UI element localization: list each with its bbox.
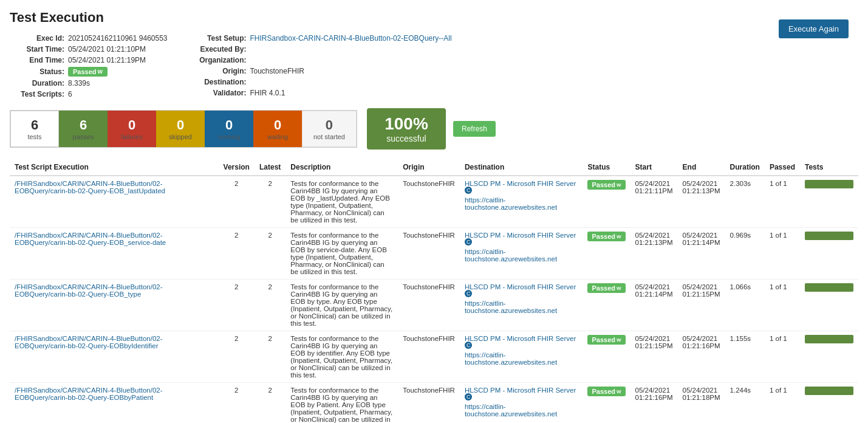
tests-lbl: tests bbox=[27, 133, 41, 140]
table-row: /FHIRSandbox/CARIN/CARIN-4-BlueButton/02… bbox=[10, 176, 858, 228]
w-icon: W bbox=[98, 69, 103, 75]
destination-link-3[interactable]: HLSCD PM - Microsoft FHIR Server C bbox=[465, 335, 576, 351]
origin-row: Origin: TouchstoneFHIR bbox=[192, 67, 452, 75]
duration-row: Duration: 8.339s bbox=[10, 79, 168, 88]
cell-status-2: PassedW bbox=[583, 280, 630, 331]
cell-destination-0: HLSCD PM - Microsoft FHIR Server C https… bbox=[460, 176, 583, 228]
cell-description-2: Tests for conformance to the Carin4BB IG… bbox=[285, 280, 398, 331]
progress-bar-fill-1 bbox=[805, 232, 853, 240]
cell-duration-2: 1.066s bbox=[725, 280, 765, 331]
executed-by-label: Executed By: bbox=[192, 45, 247, 53]
progress-bar-container-1 bbox=[805, 232, 853, 240]
cell-latest-4: 2 bbox=[255, 383, 285, 424]
cell-destination-2: HLSCD PM - Microsoft FHIR Server C https… bbox=[460, 280, 583, 331]
progress-bar-container-2 bbox=[805, 283, 853, 292]
tests-box: 6 tests bbox=[10, 111, 59, 147]
cell-status-1: PassedW bbox=[583, 228, 630, 280]
status-badge-0: PassedW bbox=[587, 180, 625, 190]
cell-version-1: 2 bbox=[219, 228, 255, 280]
start-time-value: 05/24/2021 01:21:10PM bbox=[68, 45, 146, 53]
col-tests: Tests bbox=[800, 159, 858, 176]
cell-version-3: 2 bbox=[219, 331, 255, 383]
origin-label: Origin: bbox=[192, 67, 247, 75]
end-time-row: End Time: 05/24/2021 01:21:19PM bbox=[10, 56, 168, 64]
cell-start-1: 05/24/2021 01:21:13PM bbox=[630, 228, 678, 280]
col-start: Start bbox=[630, 159, 678, 176]
cell-version-4: 2 bbox=[219, 383, 255, 424]
cell-script-1: /FHIRSandbox/CARIN/CARIN-4-BlueButton/02… bbox=[10, 228, 219, 280]
refresh-button[interactable]: Refresh bbox=[453, 121, 496, 137]
progress-bar-container-3 bbox=[805, 335, 853, 343]
cell-origin-2: TouchstoneFHIR bbox=[398, 280, 460, 331]
test-setup-row: Test Setup: FHIRSandbox-CARIN-CARIN-4-Bl… bbox=[192, 34, 452, 43]
col-end: End bbox=[678, 159, 725, 176]
script-link-4[interactable]: /FHIRSandbox/CARIN/CARIN-4-BlueButton/02… bbox=[15, 387, 163, 401]
destination-label: Destination: bbox=[192, 78, 247, 86]
cell-status-3: PassedW bbox=[583, 331, 630, 383]
test-scripts-label: Test Scripts: bbox=[10, 90, 64, 98]
page-title: Test Execution bbox=[10, 10, 858, 26]
col-origin: Origin bbox=[398, 159, 460, 176]
cell-duration-1: 0.969s bbox=[725, 228, 765, 280]
cell-status-4: PassedW bbox=[583, 383, 630, 424]
destination-link-1[interactable]: HLSCD PM - Microsoft FHIR Server C bbox=[465, 232, 576, 248]
script-link-3[interactable]: /FHIRSandbox/CARIN/CARIN-4-BlueButton/02… bbox=[15, 335, 163, 349]
success-pct: 100% bbox=[384, 114, 428, 134]
progress-bar-fill-2 bbox=[805, 283, 853, 292]
results-table: Test Script Execution Version Latest Des… bbox=[10, 159, 858, 423]
end-time-value: 05/24/2021 01:21:19PM bbox=[68, 56, 146, 64]
table-row: /FHIRSandbox/CARIN/CARIN-4-BlueButton/02… bbox=[10, 280, 858, 331]
table-body: /FHIRSandbox/CARIN/CARIN-4-BlueButton/02… bbox=[10, 176, 858, 423]
table-header: Test Script Execution Version Latest Des… bbox=[10, 159, 858, 176]
cell-tests-3 bbox=[800, 331, 858, 383]
cell-latest-1: 2 bbox=[255, 228, 285, 280]
cell-destination-4: HLSCD PM - Microsoft FHIR Server C https… bbox=[460, 383, 583, 424]
test-scripts-value: 6 bbox=[68, 90, 72, 98]
cell-end-3: 05/24/2021 01:21:16PM bbox=[678, 331, 725, 383]
cell-passed-4: 1 of 1 bbox=[765, 383, 800, 424]
failures-lbl: failures bbox=[121, 133, 142, 140]
cell-origin-4: TouchstoneFHIR bbox=[398, 383, 460, 424]
summary-bar: 6 tests 6 passes 0 failures 0 skipped 0 … bbox=[10, 108, 858, 150]
test-scripts-row: Test Scripts: 6 bbox=[10, 90, 168, 98]
script-link-2[interactable]: /FHIRSandbox/CARIN/CARIN-4-BlueButton/02… bbox=[15, 283, 163, 298]
cell-tests-2 bbox=[800, 280, 858, 331]
results-table-container: Test Script Execution Version Latest Des… bbox=[10, 159, 858, 423]
origin-value: TouchstoneFHIR bbox=[250, 67, 304, 75]
meta-section: Exec Id: 20210524162110961 9460553 Start… bbox=[10, 34, 858, 98]
col-destination: Destination bbox=[460, 159, 583, 176]
cell-duration-0: 2.303s bbox=[725, 176, 765, 228]
destination-url-link-4[interactable]: https://caitlin-touchstone.azurewebsites… bbox=[465, 403, 557, 418]
cell-passed-0: 1 of 1 bbox=[765, 176, 800, 228]
destination-link-0[interactable]: HLSCD PM - Microsoft FHIR Server C bbox=[465, 180, 576, 196]
cell-script-4: /FHIRSandbox/CARIN/CARIN-4-BlueButton/02… bbox=[10, 383, 219, 424]
cell-origin-1: TouchstoneFHIR bbox=[398, 228, 460, 280]
script-link-1[interactable]: /FHIRSandbox/CARIN/CARIN-4-BlueButton/02… bbox=[15, 232, 166, 246]
destination-url-link-0[interactable]: https://caitlin-touchstone.azurewebsites… bbox=[465, 196, 557, 211]
cell-duration-4: 1.244s bbox=[725, 383, 765, 424]
cell-passed-2: 1 of 1 bbox=[765, 280, 800, 331]
validator-row: Validator: FHIR 4.0.1 bbox=[192, 89, 452, 97]
success-box: 100% successful bbox=[367, 108, 446, 150]
script-link-0[interactable]: /FHIRSandbox/CARIN/CARIN-4-BlueButton/02… bbox=[15, 180, 165, 194]
cell-description-3: Tests for conformance to the Carin4BB IG… bbox=[285, 331, 398, 383]
not-started-box: 0 not started bbox=[302, 111, 357, 147]
destination-link-2[interactable]: HLSCD PM - Microsoft FHIR Server C bbox=[465, 283, 576, 300]
cell-latest-2: 2 bbox=[255, 280, 285, 331]
status-badge-1: PassedW bbox=[587, 232, 625, 241]
destination-url-link-1[interactable]: https://caitlin-touchstone.azurewebsites… bbox=[465, 248, 557, 263]
destination-url-link-2[interactable]: https://caitlin-touchstone.azurewebsites… bbox=[465, 300, 557, 314]
test-setup-link[interactable]: FHIRSandbox-CARIN-CARIN-4-BlueButton-02-… bbox=[250, 34, 452, 43]
summary-counts: 6 tests 6 passes 0 failures 0 skipped 0 … bbox=[10, 110, 357, 148]
cell-script-3: /FHIRSandbox/CARIN/CARIN-4-BlueButton/02… bbox=[10, 331, 219, 383]
organization-row: Organization: bbox=[192, 56, 452, 64]
destination-url-link-3[interactable]: https://caitlin-touchstone.azurewebsites… bbox=[465, 351, 557, 366]
execute-again-button[interactable]: Execute Again bbox=[779, 19, 849, 38]
cell-origin-0: TouchstoneFHIR bbox=[398, 176, 460, 228]
failures-num: 0 bbox=[128, 117, 135, 133]
cell-destination-1: HLSCD PM - Microsoft FHIR Server C https… bbox=[460, 228, 583, 280]
success-lbl: successful bbox=[386, 134, 426, 143]
destination-link-4[interactable]: HLSCD PM - Microsoft FHIR Server C bbox=[465, 387, 576, 403]
cell-tests-0 bbox=[800, 176, 858, 228]
waiting-num: 0 bbox=[274, 117, 281, 133]
